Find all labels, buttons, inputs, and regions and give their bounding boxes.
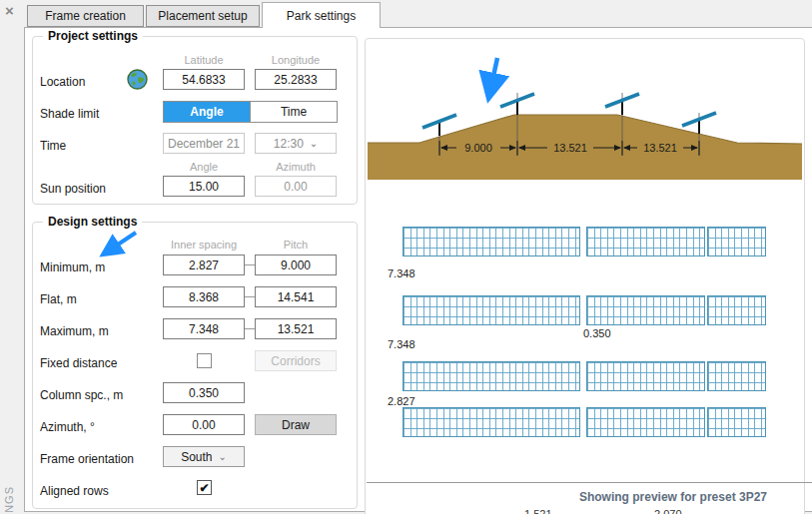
latitude-field[interactable]	[163, 69, 245, 90]
date-field: December 21	[163, 133, 245, 154]
corridors-button: Corridors	[255, 350, 337, 371]
annotation-arrow-preview	[489, 58, 497, 95]
globe-icon[interactable]	[127, 69, 148, 94]
design-settings-title: Design settings	[43, 215, 142, 229]
column-gap-label: 0.350	[583, 327, 611, 339]
sun-azimuth-field	[255, 176, 337, 197]
column-spacing-label: Column spc., m	[40, 388, 123, 402]
minimum-label: Minimum, m	[40, 260, 105, 274]
chevron-down-icon: ⌄	[218, 453, 226, 461]
shade-limit-label: Shade limit	[40, 107, 99, 121]
aligned-rows-label: Aligned rows	[40, 484, 109, 498]
panel-table-segment	[586, 361, 705, 391]
draw-button[interactable]: Draw	[255, 414, 337, 435]
panel-table-segment	[707, 407, 766, 437]
latitude-header: Latitude	[163, 54, 245, 66]
shade-limit-time-option[interactable]: Time	[250, 102, 337, 122]
flat-pitch-field[interactable]	[255, 286, 337, 307]
longitude-header: Longitude	[255, 54, 337, 66]
close-icon[interactable]: ×	[5, 3, 14, 19]
panel-table-segment	[403, 407, 580, 437]
maximum-label: Maximum, m	[40, 324, 109, 338]
time-label: Time	[40, 139, 66, 153]
check-icon: ✔	[199, 481, 209, 495]
connector-line	[245, 264, 255, 265]
fixed-distance-label: Fixed distance	[40, 356, 117, 370]
row-gap-label: 2.827	[388, 395, 415, 407]
maximum-pitch-field[interactable]	[255, 318, 337, 339]
pitch-header: Pitch	[255, 239, 337, 251]
shade-limit-toggle: Angle Time	[163, 101, 338, 123]
row-gap-label: 7.348	[388, 267, 415, 279]
sun-angle-field[interactable]	[163, 176, 245, 197]
panel-table-segment	[707, 295, 766, 325]
dimension-label-1: 9.000	[464, 142, 492, 154]
azimuth-label: Azimuth, °	[40, 420, 95, 434]
time-dropdown[interactable]: 12:30 ⌄	[255, 133, 337, 154]
location-label: Location	[40, 75, 85, 89]
sun-angle-header: Angle	[163, 161, 245, 173]
frame-orientation-dropdown[interactable]: South ⌄	[163, 446, 245, 467]
panel-table-segment	[707, 361, 766, 391]
sun-position-label: Sun position	[40, 182, 106, 196]
frame-orientation-label: Frame orientation	[40, 452, 134, 466]
dimension-label-2: 13.521	[553, 142, 587, 154]
fixed-distance-checkbox[interactable]	[197, 353, 212, 368]
panel-table-segment	[403, 295, 580, 325]
preview-status-text: Showing preview for preset 3P27	[539, 490, 767, 504]
shade-limit-angle-option[interactable]: Angle	[164, 102, 250, 122]
flat-inner-field[interactable]	[163, 286, 245, 307]
column-spacing-field[interactable]	[163, 382, 245, 403]
side-strip: × NGS	[0, 0, 24, 514]
tab-placement-setup[interactable]: Placement setup	[146, 5, 260, 27]
terrain-cross-section: 9.000 13.521 13.521	[366, 39, 804, 204]
panel-table-segment	[586, 295, 705, 325]
azimuth-field[interactable]	[163, 414, 245, 435]
aligned-rows-checkbox[interactable]: ✔	[197, 480, 212, 495]
project-settings-title: Project settings	[43, 29, 143, 43]
tab-frame-creation[interactable]: Frame creation	[27, 5, 144, 27]
connector-line	[245, 328, 255, 329]
dimension-label-3: 13.521	[643, 142, 677, 154]
panel-table-segment	[586, 407, 705, 437]
chevron-down-icon: ⌄	[310, 140, 318, 148]
panel-table-segment	[586, 227, 705, 257]
sun-azimuth-header: Azimuth	[255, 161, 337, 173]
connector-line	[245, 296, 255, 297]
panel-table-segment	[403, 227, 580, 257]
clipped-value: 2.070	[654, 508, 682, 514]
longitude-field[interactable]	[255, 69, 337, 90]
tab-park-settings[interactable]: Park settings	[262, 2, 381, 28]
inner-spacing-header: Inner spacing	[163, 239, 245, 251]
panel-table-segment	[707, 227, 766, 257]
preview-divider	[367, 482, 812, 483]
panel-table-segment	[403, 361, 580, 391]
minimum-inner-field[interactable]	[163, 255, 245, 275]
row-gap-label: 7.348	[388, 338, 415, 350]
vertical-tab-label[interactable]: NGS	[3, 486, 15, 513]
app-window: × NGS Frame creation Placement setup Par…	[0, 0, 812, 514]
minimum-pitch-field[interactable]	[255, 255, 337, 275]
clipped-value: 1.521	[524, 508, 552, 514]
maximum-inner-field[interactable]	[163, 318, 245, 339]
flat-label: Flat, m	[40, 292, 77, 306]
